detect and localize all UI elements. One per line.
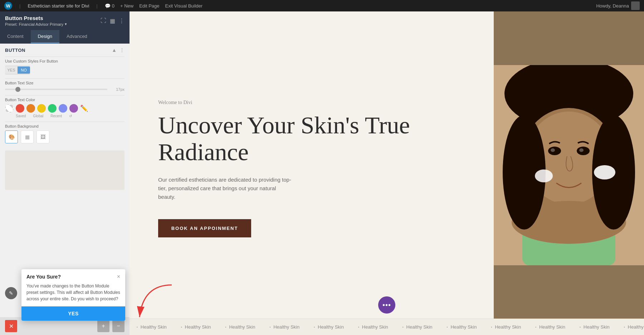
layout-icon[interactable]: ▦ bbox=[110, 18, 115, 24]
confirm-dialog: Are You Sure? × You've made changes to t… bbox=[21, 269, 125, 321]
confirm-yes-button[interactable]: Yes bbox=[21, 306, 125, 321]
svg-point-16 bbox=[562, 212, 587, 226]
panel-header-icons: ⛶ ▦ ⋮ bbox=[101, 18, 125, 24]
orange-swatch[interactable] bbox=[26, 104, 35, 113]
fullscreen-icon[interactable]: ⛶ bbox=[101, 18, 106, 24]
main-layout: Button Presets Preset: Financial Advisor… bbox=[0, 11, 644, 335]
book-appointment-button[interactable]: BOOK AN APPOINMENT bbox=[158, 219, 251, 237]
ticker-item: •Healthy Skin bbox=[395, 324, 440, 330]
hero-subtitle: Welcome to Divi bbox=[158, 100, 472, 105]
button-background-label: Button Background bbox=[5, 124, 125, 128]
bottom-icon-btn-2[interactable]: − bbox=[112, 320, 125, 332]
transparent-swatch[interactable] bbox=[5, 104, 14, 113]
floating-edit-button[interactable]: ✎ bbox=[5, 287, 17, 299]
button-section-header: Button ▲ ⋮ bbox=[0, 44, 130, 56]
svg-point-13 bbox=[551, 148, 555, 152]
section-icons: ▲ ⋮ bbox=[112, 47, 125, 53]
toggle-on-label: NO bbox=[18, 66, 30, 74]
panel-header-info: Button Presets Preset: Financial Advisor… bbox=[5, 15, 67, 26]
color-labels: Saved Global Recent ↺ bbox=[5, 114, 125, 118]
text-size-field: Button Text Size 17px bbox=[0, 79, 130, 95]
user-avatar bbox=[631, 1, 640, 10]
confirm-dialog-close-button[interactable]: × bbox=[117, 274, 120, 280]
tab-advanced[interactable]: Advanced bbox=[59, 30, 94, 43]
tab-content[interactable]: Content bbox=[0, 30, 31, 43]
red-swatch[interactable] bbox=[16, 104, 24, 113]
site-name[interactable]: Esthetician starter site for Divi bbox=[28, 3, 89, 9]
color-swatches: ✏️ bbox=[5, 104, 125, 113]
ticker-item: •Healthy Skin bbox=[351, 324, 395, 330]
confirm-dialog-header: Are You Sure? × bbox=[21, 269, 125, 283]
panel-header: Button Presets Preset: Financial Advisor… bbox=[0, 11, 130, 30]
comments-button[interactable]: 💬 0 bbox=[105, 3, 114, 9]
tab-design[interactable]: Design bbox=[31, 30, 59, 43]
separator2: | bbox=[96, 3, 97, 9]
confirm-dialog-title: Are You Sure? bbox=[26, 274, 61, 280]
button-preview-box bbox=[5, 151, 125, 190]
ticker-item: •Healthy Skin bbox=[174, 324, 218, 330]
panel-title: Button Presets bbox=[5, 15, 67, 21]
right-panel: Welcome to Divi Uncover Your Skin's True… bbox=[130, 11, 644, 335]
text-size-label: Button Text Size bbox=[5, 81, 125, 85]
text-size-slider-track[interactable] bbox=[5, 89, 107, 90]
hero-image-svg bbox=[494, 65, 644, 265]
text-color-field: Button Text Color ✏️ Saved Global Recent… bbox=[0, 95, 130, 122]
bg-color-option[interactable]: 🎨 bbox=[5, 130, 18, 143]
green-swatch[interactable] bbox=[48, 104, 57, 113]
svg-point-14 bbox=[579, 148, 584, 152]
text-color-label: Button Text Color bbox=[5, 98, 125, 102]
yellow-swatch[interactable] bbox=[37, 104, 46, 113]
preset-info: Preset: Financial Advisor Primary ▾ bbox=[5, 22, 67, 26]
hero-section: Welcome to Divi Uncover Your Skin's True… bbox=[130, 11, 644, 319]
ticker-item: •Healthy Skin bbox=[130, 324, 174, 330]
hero-description: Our certified estheticians are dedicated… bbox=[158, 176, 294, 201]
floating-dots-button[interactable]: ••• bbox=[378, 296, 395, 314]
hero-title: Uncover Your Skin's True Radiance bbox=[158, 112, 472, 166]
exit-builder-button[interactable]: Exit Visual Builder bbox=[165, 3, 203, 9]
preset-dropdown-icon[interactable]: ▾ bbox=[65, 22, 67, 26]
text-size-value: 17px bbox=[110, 87, 125, 92]
bg-gradient-option[interactable]: ▦ bbox=[21, 130, 34, 143]
ticker-bar: •Healthy Skin•Healthy Skin•Healthy Skin•… bbox=[130, 319, 644, 335]
hero-image-container bbox=[494, 11, 644, 319]
svg-point-9 bbox=[594, 165, 615, 179]
ticker-item: •Healthy Skin bbox=[528, 324, 572, 330]
ticker-item: •Healthy Skin bbox=[262, 324, 307, 330]
text-size-slider-row: 17px bbox=[5, 87, 125, 92]
collapse-section-icon[interactable]: ▲ bbox=[112, 47, 117, 53]
ticker-content: •Healthy Skin•Healthy Skin•Healthy Skin•… bbox=[130, 324, 644, 330]
separator: | bbox=[19, 3, 20, 9]
more-options-icon[interactable]: ⋮ bbox=[119, 18, 125, 24]
ticker-item: •Healthy Skin bbox=[484, 324, 528, 330]
ticker-item: •Healthy Skin bbox=[218, 324, 263, 330]
text-size-slider-thumb[interactable] bbox=[15, 87, 20, 92]
button-background-field: Button Background 🎨 ▦ 🖼 bbox=[0, 122, 130, 147]
wp-admin-bar: W | Esthetician starter site for Divi | … bbox=[0, 0, 644, 11]
bottom-action-buttons: + − bbox=[97, 320, 125, 332]
panel-tabs: Content Design Advanced bbox=[0, 30, 130, 44]
new-button[interactable]: + New bbox=[120, 3, 133, 9]
ticker-item: •Healthy Skin bbox=[307, 324, 351, 330]
wordpress-logo[interactable]: W bbox=[4, 2, 12, 10]
toggle-off-label: YES bbox=[5, 66, 18, 74]
custom-styles-field: Use Custom Styles For Button YES NO bbox=[0, 57, 130, 78]
blue-swatch[interactable] bbox=[59, 104, 67, 113]
background-options: 🎨 ▦ 🖼 bbox=[5, 130, 125, 143]
svg-point-10 bbox=[535, 169, 553, 182]
purple-swatch[interactable] bbox=[69, 104, 78, 113]
bottom-icon-btn-1[interactable]: + bbox=[97, 320, 109, 332]
hero-image bbox=[494, 11, 644, 319]
custom-styles-toggle[interactable]: YES NO bbox=[5, 65, 30, 75]
section-more-icon[interactable]: ⋮ bbox=[119, 47, 125, 53]
ticker-item: •Healthy Skin bbox=[572, 324, 617, 330]
section-title: Button bbox=[5, 48, 25, 53]
ticker-item: •Healthy Skin bbox=[440, 324, 484, 330]
color-picker-icon[interactable]: ✏️ bbox=[80, 105, 87, 112]
left-panel: Button Presets Preset: Financial Advisor… bbox=[0, 11, 130, 335]
hero-left: Welcome to Divi Uncover Your Skin's True… bbox=[130, 11, 494, 319]
edit-page-button[interactable]: Edit Page bbox=[139, 3, 159, 9]
custom-styles-label: Use Custom Styles For Button bbox=[5, 59, 125, 63]
user-greeting: Howdy, Deanna bbox=[596, 1, 640, 10]
delete-button[interactable]: ✕ bbox=[5, 320, 17, 332]
bg-image-option[interactable]: 🖼 bbox=[36, 130, 49, 143]
